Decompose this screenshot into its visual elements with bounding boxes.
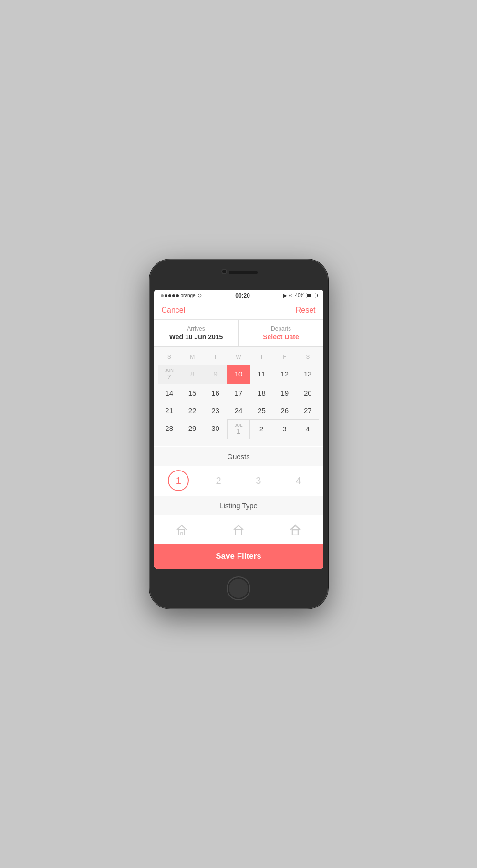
phone-body: orange ⊜ 00:20 ▶ ⏲ 40% Cancel Reset	[149, 259, 328, 609]
nav-bar: Cancel Reset	[154, 302, 323, 320]
save-filters-button[interactable]: Save Filters	[154, 544, 323, 569]
listing-icon-shared[interactable]	[267, 520, 323, 539]
phone-home-button[interactable]	[227, 576, 250, 600]
battery-bar	[306, 293, 316, 298]
cal-day[interactable]: 15	[181, 384, 204, 402]
cal-day[interactable]: 19	[273, 384, 296, 402]
cal-day[interactable]: 21	[158, 402, 181, 419]
listing-title: Listing Type	[154, 496, 323, 515]
cal-day[interactable]: 24	[227, 402, 250, 419]
departs-section[interactable]: Departs Select Date	[239, 320, 323, 346]
dow-thu: T	[250, 352, 273, 362]
location-icon: ▶	[283, 293, 287, 298]
dow-wed: W	[227, 352, 250, 362]
guest-option-4[interactable]: 4	[288, 472, 309, 489]
phone-mockup: orange ⊜ 00:20 ▶ ⏲ 40% Cancel Reset	[148, 259, 329, 609]
dow-sun: S	[158, 352, 181, 362]
cal-day[interactable]: 26	[273, 402, 296, 419]
calendar-section: S M T W T F S JUN 7 8 9 10	[154, 347, 323, 446]
status-time: 00:20	[235, 293, 250, 299]
cal-day[interactable]: 2	[250, 419, 273, 439]
cal-day[interactable]: 11	[250, 365, 273, 384]
guest-option-2[interactable]: 2	[208, 472, 229, 489]
cal-day[interactable]: 12	[273, 365, 296, 384]
cal-day[interactable]: 13	[296, 365, 319, 384]
cal-day[interactable]: 4	[296, 419, 319, 439]
guests-row: 1 2 3 4	[154, 466, 323, 495]
calendar-grid: JUN 7 8 9 10 11 12 13 14 15 16 17 18 19	[158, 365, 320, 439]
dow-mon: M	[181, 352, 204, 362]
departs-label: Departs	[244, 325, 319, 332]
cal-day[interactable]: 16	[204, 384, 227, 402]
dow-fri: F	[273, 352, 296, 362]
cal-day-selected[interactable]: 10	[227, 365, 250, 384]
dot-2	[165, 294, 167, 297]
guests-title: Guests	[154, 447, 323, 466]
arrives-label: Arrives	[159, 325, 234, 332]
arrives-section[interactable]: Arrives Wed 10 Jun 2015	[154, 320, 239, 346]
dow-tue: T	[204, 352, 227, 362]
cal-day[interactable]: 14	[158, 384, 181, 402]
carrier-label: orange	[181, 293, 196, 298]
cal-day[interactable]: 23	[204, 402, 227, 419]
cal-day[interactable]: 8	[181, 365, 204, 384]
dot-5	[176, 294, 179, 297]
private-room-icon	[175, 524, 189, 535]
guests-section: Guests 1 2 3 4	[154, 447, 323, 495]
cal-day[interactable]: 18	[250, 384, 273, 402]
status-bar: orange ⊜ 00:20 ▶ ⏲ 40%	[154, 290, 323, 302]
phone-speaker	[229, 271, 258, 274]
cal-day[interactable]: 17	[227, 384, 250, 402]
cal-day[interactable]: JUL 1	[227, 419, 250, 439]
cal-day[interactable]: 3	[273, 419, 296, 439]
listing-icon-entire[interactable]	[210, 520, 267, 539]
listing-section: Listing Type	[154, 496, 323, 544]
status-left: orange ⊜	[161, 293, 202, 299]
battery-percent: 40%	[295, 293, 304, 298]
wifi-icon: ⊜	[197, 293, 202, 299]
status-right: ▶ ⏲ 40%	[283, 293, 316, 298]
phone-screen: orange ⊜ 00:20 ▶ ⏲ 40% Cancel Reset	[154, 290, 323, 569]
shared-room-icon	[288, 524, 302, 535]
dot-3	[168, 294, 171, 297]
dot-1	[161, 294, 164, 297]
reset-button[interactable]: Reset	[296, 306, 316, 314]
cal-day[interactable]: 28	[158, 419, 181, 439]
listing-icon-private[interactable]	[154, 520, 211, 539]
dow-sat: S	[296, 352, 319, 362]
svg-rect-2	[236, 530, 241, 535]
days-of-week: S M T W T F S	[158, 352, 320, 362]
guest-option-1[interactable]: 1	[168, 470, 189, 491]
cal-day[interactable]: 20	[296, 384, 319, 402]
cal-day[interactable]: 22	[181, 402, 204, 419]
dot-4	[172, 294, 175, 297]
alarm-icon: ⏲	[289, 293, 293, 298]
signal-dots	[161, 294, 179, 297]
date-header: Arrives Wed 10 Jun 2015 Departs Select D…	[154, 320, 323, 347]
cal-day[interactable]: 27	[296, 402, 319, 419]
cal-day[interactable]: 9	[204, 365, 227, 384]
battery-fill	[307, 294, 310, 297]
svg-rect-3	[292, 530, 298, 535]
departs-value: Select Date	[244, 333, 319, 341]
entire-home-icon	[231, 524, 246, 535]
arrives-value: Wed 10 Jun 2015	[159, 333, 234, 341]
guest-option-3[interactable]: 3	[248, 472, 269, 489]
cal-day[interactable]: 30	[204, 419, 227, 439]
cal-day[interactable]: 25	[250, 402, 273, 419]
cancel-button[interactable]: Cancel	[162, 306, 186, 314]
cal-day[interactable]: 29	[181, 419, 204, 439]
listing-icons-row	[154, 515, 323, 544]
cal-day[interactable]: JUN 7	[158, 365, 181, 384]
phone-camera	[222, 270, 226, 273]
